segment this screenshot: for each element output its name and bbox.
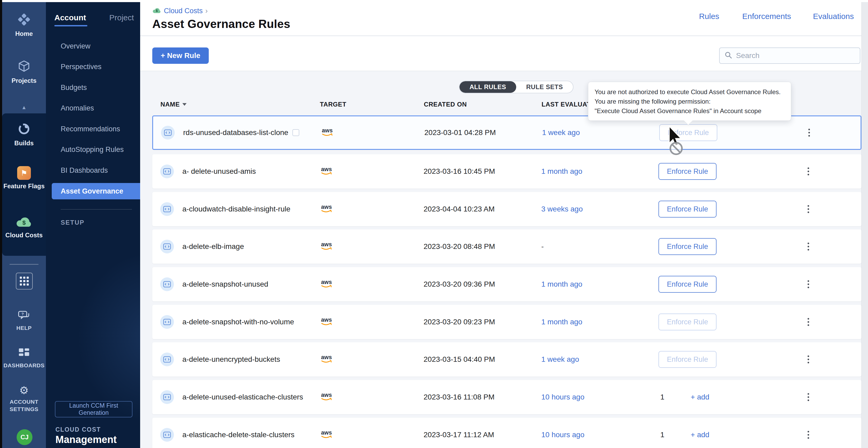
user-avatar[interactable]: CJ	[17, 429, 32, 445]
table-row[interactable]: a-elasticache-delete-stale-clusters aws …	[152, 418, 861, 448]
last-evaluation-link[interactable]: 1 week ago	[541, 355, 579, 364]
new-rule-button[interactable]: + New Rule	[152, 47, 209, 64]
table-row[interactable]: a- delete-unused-amis aws 2023-03-16 10:…	[152, 154, 861, 188]
mouse-cursor-not-allowed	[664, 125, 693, 158]
created-on-value: 2023-03-15 04:40 PM	[424, 355, 495, 364]
last-evaluation-link[interactable]: 10 hours ago	[541, 430, 584, 439]
sidebar-item-perspectives[interactable]: Perspectives	[61, 63, 102, 71]
tab-rule-sets[interactable]: RULE SETS	[516, 81, 573, 93]
rules-content: ALL RULES RULE SETS NAME TARGET CREATED …	[140, 71, 868, 448]
search-box[interactable]	[719, 47, 860, 64]
collapse-up-icon[interactable]: ▲	[2, 104, 46, 110]
row-menu-icon[interactable]	[808, 358, 809, 360]
launch-ccm-first-gen-button[interactable]: Launch CCM First Generation	[55, 401, 132, 417]
row-menu-icon[interactable]	[808, 321, 809, 323]
enforce-rule-button[interactable]: Enforce Rule	[658, 351, 716, 368]
enforce-rule-button[interactable]: Enforce Rule	[658, 313, 716, 331]
tab-all-rules[interactable]: ALL RULES	[460, 81, 516, 93]
rail-item-builds[interactable]: Builds	[2, 122, 46, 147]
apps-grid-button[interactable]	[16, 273, 33, 289]
aws-logo-icon: aws	[319, 203, 334, 215]
table-row[interactable]: a-cloudwatch-disable-insight-rule aws 20…	[152, 192, 861, 226]
row-menu-icon[interactable]	[808, 246, 809, 247]
copy-icon[interactable]	[292, 129, 299, 136]
rail-item-cloud-costs[interactable]: $ Cloud Costs	[2, 216, 46, 239]
product-eyebrow: CLOUD COST	[55, 426, 101, 433]
last-evaluation-link[interactable]: 1 month ago	[541, 318, 583, 326]
rule-name[interactable]: a-delete-unencrypted-buckets	[182, 355, 280, 364]
rule-name[interactable]: a-delete-snapshot-with-no-volume	[182, 318, 294, 326]
svg-text:$: $	[156, 9, 158, 13]
nav-link-evaluations[interactable]: Evaluations	[813, 12, 854, 21]
aws-logo-icon: aws	[319, 316, 334, 328]
last-evaluation-link[interactable]: 10 hours ago	[541, 393, 584, 401]
sidebar-item-budgets[interactable]: Budgets	[61, 83, 87, 92]
rail-item-home[interactable]: Home	[2, 13, 46, 37]
tooltip-line2: You are missing the following permission…	[595, 97, 785, 106]
rail-item-projects[interactable]: Projects	[2, 60, 46, 84]
sidebar-item-asset-governance[interactable]: Asset Governance	[52, 183, 140, 199]
sidebar-item-anomalies[interactable]: Anomalies	[61, 104, 94, 112]
add-enforcement-link[interactable]: + add	[691, 393, 709, 401]
dashboards-icon	[18, 348, 30, 359]
last-evaluation-link[interactable]: 1 month ago	[541, 280, 583, 288]
column-header-created-on: CREATED ON	[424, 101, 467, 108]
enforcement-count: 1	[660, 430, 664, 439]
rule-name[interactable]: a-cloudwatch-disable-insight-rule	[182, 205, 290, 213]
row-menu-icon[interactable]	[808, 132, 810, 133]
enforce-rule-button[interactable]: Enforce Rule	[658, 276, 716, 293]
nav-link-rules[interactable]: Rules	[699, 12, 719, 21]
enforce-rule-button[interactable]: Enforce Rule	[658, 238, 716, 255]
row-menu-icon[interactable]	[808, 171, 809, 172]
last-evaluation-link[interactable]: 3 weeks ago	[541, 205, 583, 213]
search-input[interactable]	[736, 51, 855, 60]
rail-item-account-settings[interactable]: ⚙ ACCOUNT SETTINGS	[2, 385, 46, 413]
enforce-rule-button[interactable]: Enforce Rule	[658, 163, 716, 180]
tab-account-scope[interactable]: Account	[54, 13, 86, 22]
sidebar-item-bi-dashboards[interactable]: BI Dashboards	[61, 166, 108, 175]
last-evaluation-link[interactable]: 1 week ago	[542, 129, 580, 137]
table-row[interactable]: a-delete-snapshot-with-no-volume aws 202…	[152, 305, 861, 339]
rail-item-help[interactable]: ? HELP	[2, 310, 46, 332]
breadcrumb-link-cloud-costs[interactable]: Cloud Costs	[164, 7, 203, 15]
rule-name[interactable]: a-elasticache-delete-stale-clusters	[182, 430, 294, 439]
sidebar-cloud-costs: Account Project Overview Perspectives Bu…	[46, 2, 140, 448]
rail-label-dashboards: DASHBOARDS	[3, 362, 44, 369]
tooltip-line1: You are not authorized to execute Cloud …	[595, 87, 785, 97]
rule-name[interactable]: rds-unused-databases-list-clone	[183, 129, 299, 137]
nav-link-enforcements[interactable]: Enforcements	[742, 12, 791, 21]
row-menu-icon[interactable]	[808, 434, 809, 436]
rule-name[interactable]: a-delete-snapshot-unused	[182, 280, 268, 288]
add-enforcement-link[interactable]: + add	[691, 430, 709, 439]
rule-icon	[160, 240, 174, 253]
rule-name[interactable]: a-delete-elb-image	[182, 242, 244, 251]
rule-name[interactable]: a- delete-unused-amis	[182, 167, 256, 176]
svg-text:aws: aws	[321, 166, 332, 172]
row-menu-icon[interactable]	[808, 396, 809, 398]
builds-icon	[17, 122, 31, 137]
sidebar-watermark	[78, 252, 140, 421]
table-row[interactable]: a-delete-unused-elasticache-clusters aws…	[152, 380, 861, 414]
last-evaluation-link[interactable]: 1 month ago	[541, 167, 583, 176]
rail-label-account-settings: ACCOUNT SETTINGS	[7, 398, 41, 413]
sidebar-setup-section[interactable]: SETUP	[61, 219, 85, 226]
table-row[interactable]: a-delete-snapshot-unused aws 2023-03-20 …	[152, 267, 861, 301]
chat-help-icon: ?	[18, 310, 30, 322]
table-row[interactable]: a-delete-elb-image aws 2023-03-20 08:48 …	[152, 230, 861, 264]
main-area: $ Cloud Costs › Asset Governance Rules R…	[140, 0, 868, 448]
tab-project-scope[interactable]: Project	[109, 13, 134, 22]
rule-icon	[160, 428, 174, 442]
table-row[interactable]: a-delete-unencrypted-buckets aws 2023-03…	[152, 342, 861, 377]
rail-item-dashboards[interactable]: DASHBOARDS	[2, 348, 46, 369]
sidebar-item-recommendations[interactable]: Recommendations	[61, 125, 120, 133]
rule-icon	[160, 165, 174, 178]
sidebar-item-overview[interactable]: Overview	[61, 42, 91, 50]
enforce-rule-button[interactable]: Enforce Rule	[658, 201, 716, 217]
sidebar-item-autostopping-rules[interactable]: AutoStopping Rules	[61, 145, 124, 154]
row-menu-icon[interactable]	[808, 208, 809, 210]
column-header-name[interactable]: NAME	[160, 101, 187, 108]
rule-name[interactable]: a-delete-unused-elasticache-clusters	[182, 393, 303, 401]
rail-item-feature-flags[interactable]: ⚑ Feature Flags	[2, 166, 46, 190]
row-menu-icon[interactable]	[808, 283, 809, 285]
rail-label-home: Home	[15, 30, 33, 37]
